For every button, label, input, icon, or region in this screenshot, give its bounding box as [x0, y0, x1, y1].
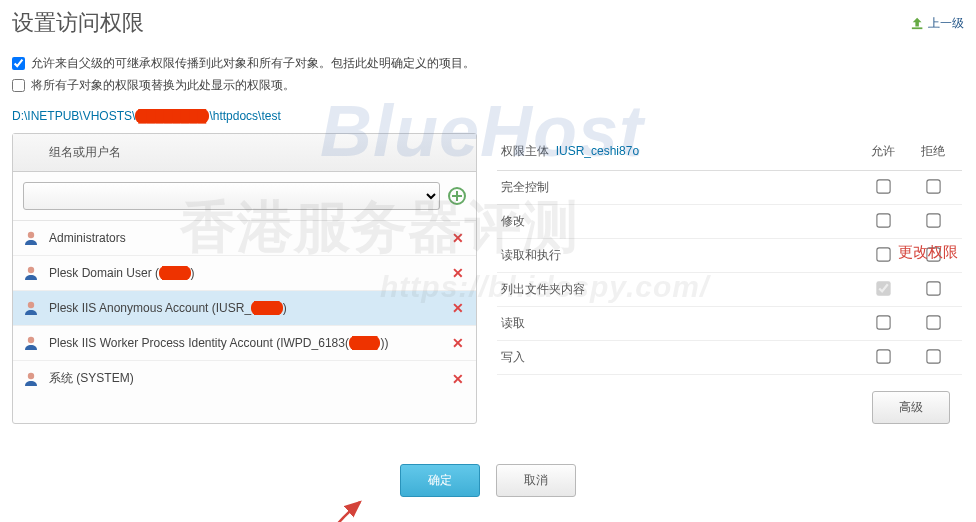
up-link-label: 上一级: [928, 15, 964, 32]
allow-checkbox[interactable]: [876, 281, 890, 295]
cancel-button[interactable]: 取消: [496, 464, 576, 497]
user-name: 系统 (SYSTEM): [49, 370, 440, 387]
inherit-checkbox[interactable]: [12, 57, 25, 70]
subject-value[interactable]: IUSR_ceshi87o: [556, 144, 639, 158]
user-icon: [23, 300, 39, 316]
svg-point-4: [28, 337, 34, 343]
replace-checkbox[interactable]: [12, 79, 25, 92]
user-row[interactable]: 系统 (SYSTEM)✕: [13, 361, 476, 396]
permission-row: 读取和执行: [497, 239, 962, 273]
folder-up-icon: [911, 16, 925, 30]
user-icon: [23, 265, 39, 281]
up-one-level-link[interactable]: 上一级: [911, 15, 964, 32]
user-row[interactable]: Administrators✕: [13, 221, 476, 256]
user-name: Administrators: [49, 231, 440, 245]
allow-checkbox[interactable]: [876, 315, 890, 329]
permission-row: 列出文件夹内容: [497, 273, 962, 307]
permission-label: 完全控制: [501, 179, 858, 196]
user-select[interactable]: [23, 182, 440, 210]
permissions-panel: 权限主体 IUSR_ceshi87o 允许 拒绝 完全控制修改读取和执行列出文件…: [495, 133, 964, 424]
user-name: Plesk IIS Anonymous Account (IUSR_███): [49, 301, 440, 315]
user-icon: [23, 335, 39, 351]
deny-checkbox[interactable]: [926, 213, 940, 227]
permission-label: 写入: [501, 349, 858, 366]
user-icon: [23, 230, 39, 246]
deny-checkbox[interactable]: [926, 315, 940, 329]
add-user-icon[interactable]: [448, 187, 466, 205]
allow-checkbox[interactable]: [876, 213, 890, 227]
svg-point-3: [28, 302, 34, 308]
deny-checkbox[interactable]: [926, 179, 940, 193]
user-name: Plesk IIS Worker Process Identity Accoun…: [49, 336, 440, 350]
annotation-arrow-icon: [320, 494, 380, 522]
user-row[interactable]: Plesk IIS Worker Process Identity Accoun…: [13, 326, 476, 361]
folder-path: D:\INETPUB\VHOSTS\████████\httpdocs\test: [12, 109, 281, 123]
path-prefix: D:\INETPUB\VHOSTS\: [12, 109, 135, 123]
permission-row: 写入: [497, 341, 962, 375]
svg-rect-0: [912, 27, 923, 29]
svg-point-5: [28, 372, 34, 378]
deny-header: 拒绝: [908, 143, 958, 160]
deny-checkbox[interactable]: [926, 349, 940, 363]
user-name: Plesk Domain User (███): [49, 266, 440, 280]
advanced-button[interactable]: 高级: [872, 391, 950, 424]
allow-header: 允许: [858, 143, 908, 160]
subject-label: 权限主体: [501, 144, 549, 158]
remove-user-icon[interactable]: ✕: [450, 300, 466, 316]
permission-label: 读取和执行: [501, 247, 858, 264]
remove-user-icon[interactable]: ✕: [450, 371, 466, 387]
users-header: 组名或用户名: [13, 134, 476, 172]
svg-point-2: [28, 267, 34, 273]
deny-checkbox[interactable]: [926, 281, 940, 295]
page-title: 设置访问权限: [12, 8, 144, 38]
path-suffix: \httpdocs\test: [209, 109, 280, 123]
replace-label: 将所有子对象的权限项替换为此处显示的权限项。: [31, 77, 295, 94]
svg-point-1: [28, 232, 34, 238]
remove-user-icon[interactable]: ✕: [450, 335, 466, 351]
path-redacted: ████████: [135, 109, 209, 123]
allow-checkbox[interactable]: [876, 247, 890, 261]
permission-row: 完全控制: [497, 171, 962, 205]
permission-row: 修改: [497, 205, 962, 239]
allow-checkbox[interactable]: [876, 349, 890, 363]
change-permission-note: 更改权限: [898, 243, 958, 262]
inherit-label: 允许来自父级的可继承权限传播到此对象和所有子对象。包括此处明确定义的项目。: [31, 55, 475, 72]
user-row[interactable]: Plesk Domain User (███)✕: [13, 256, 476, 291]
permission-label: 列出文件夹内容: [501, 281, 858, 298]
permission-label: 读取: [501, 315, 858, 332]
permission-row: 读取: [497, 307, 962, 341]
ok-button[interactable]: 确定: [400, 464, 480, 497]
remove-user-icon[interactable]: ✕: [450, 230, 466, 246]
remove-user-icon[interactable]: ✕: [450, 265, 466, 281]
user-row[interactable]: Plesk IIS Anonymous Account (IUSR_███)✕: [13, 291, 476, 326]
users-panel: 组名或用户名 Administrators✕Plesk Domain User …: [12, 133, 477, 424]
permission-label: 修改: [501, 213, 858, 230]
allow-checkbox[interactable]: [876, 179, 890, 193]
user-icon: [23, 371, 39, 387]
